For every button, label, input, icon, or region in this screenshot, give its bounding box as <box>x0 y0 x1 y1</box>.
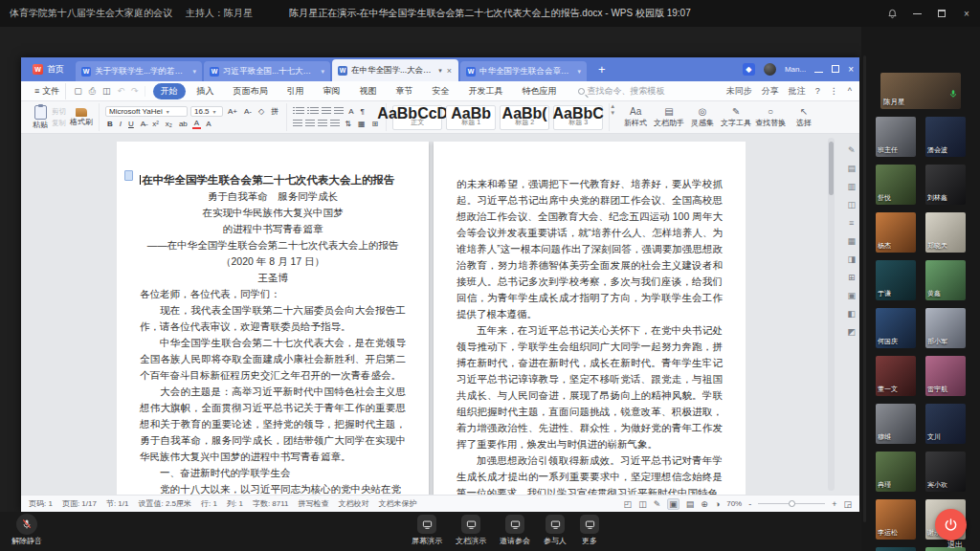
share-button[interactable]: 分享 <box>762 85 779 98</box>
fit-page-icon[interactable]: ◲ <box>843 499 852 509</box>
side-tool-icon[interactable]: ⊞ <box>848 273 856 282</box>
shrink-font-button[interactable]: A- <box>242 106 254 117</box>
document-scrollbar[interactable] <box>828 138 835 491</box>
new-tab-button[interactable]: + <box>589 62 615 77</box>
zoom-slider[interactable] <box>758 503 825 504</box>
status-check-button[interactable]: 文档校对 <box>339 498 369 509</box>
phonetic-guide-button[interactable]: 拼 <box>269 106 280 117</box>
shading-button[interactable]: ▦ <box>356 119 368 129</box>
participant-tile-host[interactable]: 陈月星 <box>880 73 961 109</box>
fullscreen-view-icon[interactable]: ◰ <box>624 499 633 509</box>
font-color-button[interactable]: A <box>192 119 201 129</box>
ribbon-tool-button[interactable]: ▤ 文档助手 <box>654 106 684 128</box>
notification-bell-icon[interactable] <box>886 8 898 19</box>
help-icon[interactable]: ? <box>815 86 820 96</box>
tab-pin-icon[interactable]: ▾ <box>438 67 442 75</box>
side-tool-icon[interactable]: ▣ <box>847 291 856 300</box>
participant-tile[interactable]: 杨杰 <box>876 212 916 253</box>
align-left-icon[interactable] <box>293 120 302 127</box>
save-icon[interactable]: ▢ <box>74 86 82 97</box>
document-page-2[interactable]: 的未来和希望，强调把下一代教育好、培养好，要从学校抓起。习近平总书记出席中央党的… <box>434 142 746 495</box>
zoom-slider-knob[interactable] <box>789 500 795 507</box>
ribbon-tab[interactable]: 插入 <box>189 83 222 99</box>
format-painter-button[interactable]: 格式刷 <box>70 108 93 127</box>
grow-font-button[interactable]: A+ <box>226 106 239 117</box>
underline-button[interactable]: U <box>126 119 136 129</box>
ribbon-tab[interactable]: 视图 <box>352 83 385 99</box>
ink-view-icon[interactable]: ✎ <box>654 499 661 509</box>
maximize-window-icon[interactable] <box>936 8 947 19</box>
outline-view-icon[interactable]: ⊕ <box>701 499 708 509</box>
two-page-view-icon[interactable]: ◫ <box>638 499 647 509</box>
increase-indent-icon[interactable] <box>334 107 344 115</box>
docer-badge-icon[interactable]: ◆ <box>743 63 755 76</box>
wps-doc-tab[interactable]: W 中华全国学生联合会章程.docx ▾ × <box>460 61 587 81</box>
wps-minimize-icon[interactable] <box>814 64 823 75</box>
comment-button[interactable]: 批注 <box>789 85 806 98</box>
participant-tile[interactable]: 李运松 <box>876 499 916 540</box>
ribbon-tab[interactable]: 特色应用 <box>515 83 565 99</box>
clear-format-button[interactable]: ◇ <box>256 106 266 117</box>
print-preview-icon[interactable]: ◫ <box>102 86 111 97</box>
wps-account-avatar[interactable] <box>764 63 776 76</box>
participant-tile[interactable]: 郑晓天 <box>925 212 966 253</box>
participant-tile[interactable]: 邵小军 <box>925 308 966 348</box>
meeting-action-button[interactable]: 邀请参会 <box>500 515 530 546</box>
highlight-color-button[interactable]: ab <box>177 119 189 129</box>
participant-tile[interactable]: 董一文 <box>876 356 916 396</box>
align-center-icon[interactable] <box>305 120 315 127</box>
font-name-select[interactable]: Microsoft YaHei ▾ <box>105 106 188 117</box>
meeting-action-button[interactable]: 屏幕演示 <box>412 515 442 546</box>
unmute-button[interactable]: 解除静音 <box>11 514 42 546</box>
wps-doc-tab[interactable]: W 关于学联学生...学的若干规定 ▾ × <box>76 61 202 81</box>
side-tool-icon[interactable]: ◧ <box>847 309 856 319</box>
participant-tile[interactable]: 于谦 <box>876 260 916 300</box>
ribbon-tab[interactable]: 开发工具 <box>461 83 511 99</box>
bold-button[interactable]: B <box>105 119 115 129</box>
ribbon-tool-button[interactable]: ◎ 灵感集 <box>688 106 717 128</box>
ribbon-tool-button[interactable]: Aa 新样式 <box>621 106 650 128</box>
eye-protect-view-icon[interactable]: ◑ <box>715 499 720 509</box>
web-layout-view-icon[interactable]: ▤ <box>686 499 695 509</box>
style-chip[interactable]: AaBbC 标题 3 <box>553 105 603 130</box>
file-menu-button[interactable]: ≡ 文件 <box>29 83 66 99</box>
wps-home-tab[interactable]: W 首页 <box>21 57 76 81</box>
show-marks-button[interactable]: ¶ <box>359 106 367 117</box>
zoom-in-icon[interactable]: + <box>832 499 836 509</box>
zoom-level[interactable]: 70% <box>726 499 742 508</box>
participant-tile[interactable]: 刘林鑫 <box>925 165 966 205</box>
side-tool-icon[interactable]: ◩ <box>847 327 856 337</box>
more-menu-icon[interactable]: ⋮ <box>830 86 838 96</box>
justify-icon[interactable] <box>330 120 340 127</box>
collapse-ribbon-icon[interactable]: ^ <box>848 86 852 96</box>
wps-doc-tab[interactable]: W 在中华全国学...大会上的报告 ▾ × <box>332 59 458 81</box>
undo-icon[interactable]: ↶ <box>118 86 125 97</box>
align-right-icon[interactable] <box>318 120 327 127</box>
side-tool-icon[interactable]: ▤ <box>847 164 856 173</box>
participant-tile[interactable]: 雷宇航 <box>925 356 966 396</box>
participant-tile[interactable]: 穆维 <box>876 404 916 444</box>
style-chip[interactable]: AaBbCcDd 正文 <box>392 105 442 130</box>
tab-close-icon[interactable]: × <box>446 66 453 76</box>
participant-tile[interactable]: 冉瑾 <box>876 452 916 492</box>
decrease-indent-icon[interactable] <box>322 107 331 115</box>
style-chip[interactable]: AaBb( 标题 2 <box>500 105 549 130</box>
participant-tile[interactable]: 舒悦 <box>876 165 916 205</box>
close-window-icon[interactable]: × <box>961 8 972 19</box>
superscript-button[interactable]: x² <box>150 119 161 129</box>
meeting-action-button[interactable]: 参与人 <box>544 515 567 546</box>
print-layout-view-icon[interactable]: ▣ <box>667 498 679 510</box>
paste-button[interactable]: 粘贴 <box>33 105 48 130</box>
side-tool-icon[interactable]: ◨ <box>847 254 856 264</box>
minimize-window-icon[interactable] <box>911 8 923 19</box>
tab-pin-icon[interactable]: ▾ <box>321 68 324 76</box>
wps-restore-icon[interactable] <box>832 64 839 75</box>
side-tool-icon[interactable]: ✎ <box>848 145 856 155</box>
side-tool-icon[interactable]: ◫ <box>847 200 856 209</box>
participant-tile[interactable]: 黄鑫 <box>925 260 966 300</box>
participant-tile[interactable]: 潘会波 <box>925 117 966 157</box>
style-chip[interactable]: AaBb 标题 1 <box>446 105 496 130</box>
side-tool-icon[interactable]: ▦ <box>847 236 856 246</box>
redo-icon[interactable]: ↷ <box>131 86 139 97</box>
ribbon-tab[interactable]: 章节 <box>389 83 421 99</box>
